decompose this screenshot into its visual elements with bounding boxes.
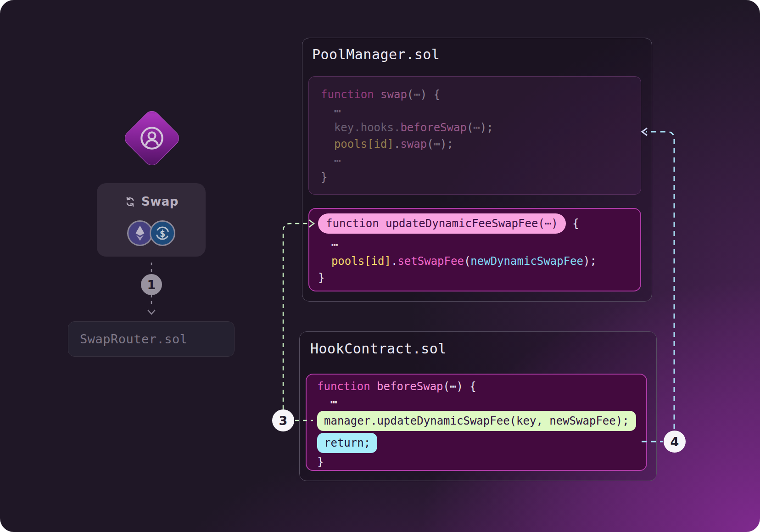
swap-function-block: function swap(⋯) { ⋯ key.hooks.beforeSwa… — [308, 76, 641, 195]
swap-arrows-icon — [124, 196, 136, 208]
update-dynamic-fee-block: function updateDynamicFeeSwapFee(⋯) { ⋯ … — [308, 208, 641, 291]
user-diamond — [122, 108, 183, 169]
usd-coin-icon: $ — [149, 220, 176, 246]
coin-pair: $ — [97, 220, 206, 246]
diagram-canvas: Swap $ SwapRouter.sol PoolManager.sol fu… — [0, 0, 760, 532]
swap-card-header: Swap — [97, 194, 206, 209]
user-circle-icon — [139, 125, 165, 151]
pool-manager-title: PoolManager.sol — [312, 46, 440, 62]
step-4-badge: 4 — [664, 431, 686, 453]
hook-contract-title: HookContract.sol — [310, 341, 447, 357]
before-swap-block: function beforeSwap(⋯) { ⋯manager.update… — [306, 374, 647, 471]
step-3-badge: 3 — [272, 409, 294, 431]
swap-card: Swap $ — [97, 183, 206, 257]
swap-router-title: SwapRouter.sol — [80, 332, 188, 346]
svg-text:$: $ — [160, 228, 166, 239]
swap-router-box: SwapRouter.sol — [68, 321, 235, 357]
step-1-badge: 1 — [141, 274, 162, 295]
swap-label: Swap — [141, 195, 179, 208]
